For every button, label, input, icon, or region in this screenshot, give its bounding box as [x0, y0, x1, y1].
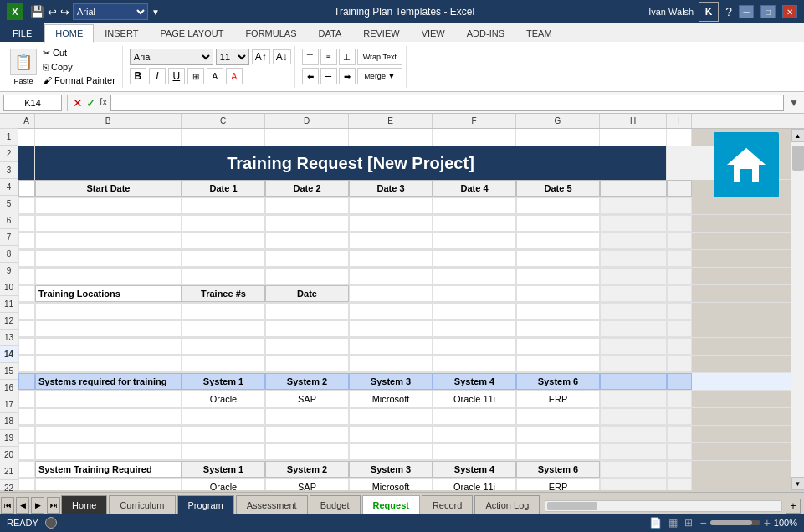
cell-d9-date[interactable]: Date	[265, 285, 349, 302]
cell-h3[interactable]	[600, 180, 667, 197]
font-color-btn[interactable]: A	[226, 68, 243, 84]
scroll-up-btn[interactable]: ▲	[791, 129, 805, 142]
border-btn[interactable]: ⊞	[187, 68, 204, 84]
merge-btn[interactable]: Merge ▼	[357, 68, 402, 84]
cell-b14-systems-required[interactable]: Systems required for training	[35, 373, 182, 390]
cell-i19[interactable]	[667, 461, 692, 478]
cell-g7[interactable]	[516, 250, 600, 267]
cell-d10[interactable]	[265, 303, 349, 320]
zoom-out-btn[interactable]: −	[699, 516, 706, 529]
row-num-8[interactable]: 8	[0, 246, 18, 263]
cell-e15-microsoft[interactable]: Microsoft	[349, 391, 433, 407]
col-header-b[interactable]: B	[35, 114, 182, 128]
cell-a16[interactable]	[18, 408, 35, 425]
row-num-19[interactable]: 19	[0, 430, 18, 447]
cell-h10[interactable]	[600, 303, 667, 320]
cell-f7[interactable]	[433, 250, 516, 267]
cell-d6[interactable]	[265, 233, 349, 249]
cell-a2[interactable]	[18, 146, 35, 180]
row-num-10[interactable]: 10	[0, 279, 18, 296]
row-num-7[interactable]: 7	[0, 229, 18, 246]
cell-h18[interactable]	[600, 443, 667, 460]
tab-addins[interactable]: ADD-INS	[456, 23, 515, 42]
cell-h7[interactable]	[600, 250, 667, 267]
cell-g20-erp2[interactable]: ERP	[516, 478, 600, 490]
cell-a8[interactable]	[18, 268, 35, 284]
cell-i3[interactable]	[667, 180, 692, 197]
tab-home[interactable]: HOME	[44, 24, 94, 43]
cell-h4[interactable]	[600, 197, 667, 214]
cell-c17[interactable]	[182, 426, 265, 442]
cell-h19[interactable]	[600, 461, 667, 478]
cell-b1[interactable]	[35, 129, 182, 146]
cell-f18[interactable]	[433, 443, 516, 460]
cell-d4[interactable]	[265, 197, 349, 214]
cell-e3-date3[interactable]: Date 3	[349, 180, 433, 197]
cell-d17[interactable]	[265, 426, 349, 442]
formula-input[interactable]	[110, 95, 784, 111]
cell-a4[interactable]	[18, 197, 35, 214]
cell-h13[interactable]	[600, 356, 667, 372]
col-header-d[interactable]: D	[265, 114, 349, 128]
cell-f16[interactable]	[433, 408, 516, 425]
tab-page-layout[interactable]: PAGE LAYOUT	[149, 23, 234, 42]
col-header-a[interactable]: A	[18, 114, 35, 128]
row-num-18[interactable]: 18	[0, 413, 18, 430]
cell-h20[interactable]	[600, 478, 667, 490]
align-right-btn[interactable]: ➡	[339, 68, 356, 84]
sheet-tab-program[interactable]: Program	[177, 495, 234, 514]
cell-h6[interactable]	[600, 233, 667, 249]
cell-i8[interactable]	[667, 268, 692, 284]
cell-h5[interactable]	[600, 215, 667, 232]
decrease-font-btn[interactable]: A↓	[273, 49, 291, 64]
cell-h17[interactable]	[600, 426, 667, 442]
fill-color-btn[interactable]: A	[207, 68, 223, 84]
formula-expand-icon[interactable]: ▼	[787, 96, 801, 110]
cell-f9[interactable]	[433, 285, 516, 302]
cell-c3-date1[interactable]: Date 1	[182, 180, 265, 197]
minimize-btn[interactable]: ─	[739, 5, 754, 18]
cell-g13[interactable]	[516, 356, 600, 372]
tab-data[interactable]: DATA	[308, 23, 353, 42]
help-icon[interactable]: ?	[725, 5, 732, 18]
cell-f12[interactable]	[433, 338, 516, 355]
font-select[interactable]: Arial	[73, 3, 148, 20]
cell-f5[interactable]	[433, 215, 516, 232]
cell-e11[interactable]	[349, 320, 433, 337]
underline-btn[interactable]: U	[168, 68, 185, 84]
cell-e16[interactable]	[349, 408, 433, 425]
cell-b4[interactable]	[35, 197, 182, 214]
cut-btn[interactable]: ✂ Cut	[39, 47, 119, 59]
sheet-tab-budget[interactable]: Budget	[310, 495, 361, 514]
cell-b12[interactable]	[35, 338, 182, 355]
cell-d1[interactable]	[265, 129, 349, 146]
h-scroll-thumb[interactable]	[547, 502, 597, 510]
cell-e19-system3[interactable]: System 3	[349, 461, 433, 478]
sheet-tab-curriculum[interactable]: Curriculum	[109, 495, 175, 514]
cell-i6[interactable]	[667, 233, 692, 249]
format-painter-btn[interactable]: 🖌 Format Painter	[39, 74, 119, 86]
cell-a15[interactable]	[18, 391, 35, 407]
row-num-20[interactable]: 20	[0, 447, 18, 463]
cell-f4[interactable]	[433, 197, 516, 214]
cell-a19[interactable]	[18, 461, 35, 478]
col-header-i[interactable]: I	[667, 114, 692, 128]
row-num-21[interactable]: 21	[0, 463, 18, 480]
cell-d20-sap2[interactable]: SAP	[265, 478, 349, 490]
cell-f17[interactable]	[433, 426, 516, 442]
cell-c12[interactable]	[182, 338, 265, 355]
cell-b16[interactable]	[35, 408, 182, 425]
col-header-f[interactable]: F	[433, 114, 516, 128]
cell-d18[interactable]	[265, 443, 349, 460]
cell-e8[interactable]	[349, 268, 433, 284]
cell-g12[interactable]	[516, 338, 600, 355]
sheet-tab-record[interactable]: Record	[422, 495, 473, 514]
cell-g14-system6[interactable]: System 6	[516, 373, 600, 390]
cell-c14-system1[interactable]: System 1	[182, 373, 265, 390]
zoom-slider[interactable]	[710, 520, 760, 525]
tab-review[interactable]: REVIEW	[352, 23, 410, 42]
row-num-12[interactable]: 12	[0, 313, 18, 330]
macro-record-icon[interactable]	[45, 517, 57, 529]
save-icon[interactable]: 💾	[30, 5, 44, 18]
confirm-formula-icon[interactable]: ✓	[86, 96, 96, 110]
